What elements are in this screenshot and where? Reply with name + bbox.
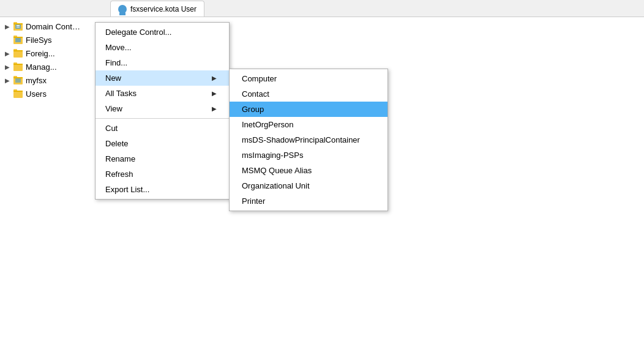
menu-item-label: View (105, 104, 122, 113)
svg-rect-20 (13, 91, 23, 98)
submenu-item-msds-shadow[interactable]: msDS-ShadowPrincipalContainer (230, 132, 388, 148)
tree-label: myfsx (26, 76, 47, 85)
menu-separator (95, 118, 229, 119)
submenu-new: Computer Contact Group InetOrgPerson msD… (229, 69, 388, 211)
svg-rect-13 (13, 64, 23, 71)
submenu-item-label: Group (242, 105, 264, 114)
menu-item-label: Delete (105, 139, 129, 148)
svg-rect-10 (13, 51, 23, 58)
tab-bar: fsxservice.kota User (0, 0, 644, 17)
submenu-item-label: MSMQ Queue Alias (242, 166, 312, 175)
submenu-item-ou[interactable]: Organizational Unit (230, 178, 388, 193)
expand-arrow: ▶ (5, 77, 13, 84)
submenu-item-label: InetOrgPerson (242, 120, 294, 129)
submenu-item-label: Computer (242, 74, 277, 83)
menu-item-view[interactable]: View ▶ (95, 101, 229, 116)
submenu-item-computer[interactable]: Computer (230, 71, 388, 86)
menu-item-refresh[interactable]: Refresh (95, 166, 229, 182)
tree-item-myfsx[interactable]: ▶ myfsx (0, 73, 98, 87)
user-icon (118, 5, 127, 13)
submenu-item-label: Contact (242, 89, 269, 99)
submenu-arrow-icon: ▶ (212, 90, 217, 97)
menu-item-export-list[interactable]: Export List... (95, 182, 229, 197)
menu-item-delete[interactable]: Delete (95, 136, 229, 151)
tree-item-foreign[interactable]: ▶ Foreig... (0, 47, 98, 60)
menu-item-label: Move... (105, 43, 132, 52)
folder-icon-myfsx (13, 76, 23, 84)
menu-item-label: New (105, 73, 121, 83)
svg-rect-22 (13, 91, 23, 92)
submenu-item-label: msDS-ShadowPrincipalContainer (242, 135, 360, 144)
menu-item-delegate-control[interactable]: Delegate Control... (95, 24, 229, 40)
menu-item-label: All Tasks (105, 89, 137, 98)
menu-item-label: Cut (105, 124, 118, 133)
tree-label: Users (26, 89, 47, 99)
tree-item-domain-controllers[interactable]: ▶ Domain Controllers (0, 20, 98, 33)
menu-item-new[interactable]: New ▶ Computer Contact Group InetOrgPers… (95, 70, 229, 86)
svg-rect-5 (17, 27, 20, 28)
tab-label: fsxservice.kota User (130, 5, 197, 13)
menu-item-cut[interactable]: Cut (95, 121, 229, 136)
submenu-item-contact[interactable]: Contact (230, 86, 388, 102)
menu-item-move[interactable]: Move... (95, 40, 229, 55)
submenu-item-printer[interactable]: Printer (230, 193, 388, 209)
expand-arrow: ▶ (5, 50, 13, 57)
tree-item-filesys[interactable]: FileSys (0, 33, 98, 47)
menu-item-all-tasks[interactable]: All Tasks ▶ (95, 86, 229, 101)
tree-label: FileSys (26, 36, 52, 45)
tree-item-manage[interactable]: ▶ Manag... (0, 60, 98, 73)
tree-item-users[interactable]: ▶ Users (0, 87, 98, 100)
svg-rect-12 (13, 50, 23, 51)
svg-rect-4 (17, 25, 20, 26)
tab-fsxservice[interactable]: fsxservice.kota User (110, 1, 204, 17)
svg-rect-8 (13, 37, 23, 38)
context-menu: Delegate Control... Move... Find... New … (95, 22, 230, 200)
tree-label: Domain Controllers (26, 22, 81, 31)
svg-rect-15 (13, 64, 23, 65)
submenu-item-group[interactable]: Group (230, 102, 388, 117)
menu-item-label: Find... (105, 58, 127, 67)
menu-item-label: Delegate Control... (105, 28, 171, 37)
submenu-item-label: Printer (242, 196, 265, 206)
submenu-arrow-icon: ▶ (212, 105, 217, 112)
svg-rect-18 (13, 77, 23, 78)
svg-rect-9 (15, 38, 21, 42)
menu-item-rename[interactable]: Rename (95, 151, 229, 166)
submenu-item-inetorgperson[interactable]: InetOrgPerson (230, 117, 388, 132)
folder-icon-filesys (13, 36, 23, 44)
submenu-item-mslimaging[interactable]: msImaging-PSPs (230, 148, 388, 163)
submenu-item-label: msImaging-PSPs (242, 151, 303, 160)
folder-icon-dc (13, 22, 23, 31)
menu-item-label: Rename (105, 154, 135, 163)
submenu-item-msmq[interactable]: MSMQ Queue Alias (230, 163, 388, 178)
tree-label: Manag... (26, 62, 57, 72)
expand-arrow: ▶ (5, 23, 13, 30)
menu-item-label: Export List... (105, 185, 149, 194)
svg-rect-19 (15, 78, 21, 83)
menu-item-find[interactable]: Find... (95, 55, 229, 70)
folder-icon-manage (13, 62, 23, 71)
svg-rect-2 (13, 23, 23, 24)
expand-arrow: ▶ (5, 64, 13, 70)
tree-label: Foreig... (26, 49, 55, 58)
menu-item-label: Refresh (105, 170, 133, 179)
tree-view: ▶ Domain Controllers FileSys ▶ (0, 17, 98, 100)
folder-icon-users (13, 89, 23, 98)
submenu-arrow-icon: ▶ (212, 75, 217, 81)
folder-icon-foreign (13, 49, 23, 58)
submenu-item-label: Organizational Unit (242, 181, 310, 190)
